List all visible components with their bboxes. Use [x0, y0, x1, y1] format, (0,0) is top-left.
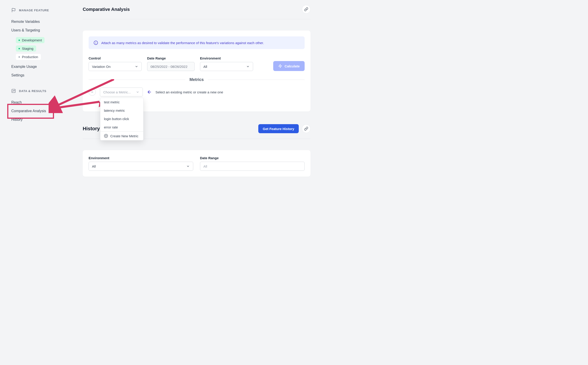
sidebar-header-manage-feature: MANAGE FEATURE: [11, 8, 70, 13]
page-header: Comparative Analysis: [83, 5, 310, 19]
sidebar-env-staging[interactable]: Staging: [16, 45, 36, 52]
control-select-value: Variation On: [92, 65, 110, 69]
history-environment-label: Environment: [89, 156, 193, 160]
history-actions: Get Feature History: [258, 124, 310, 133]
history-environment-value: All: [92, 164, 96, 168]
metric-option-error-rate[interactable]: error rate: [100, 123, 143, 131]
sidebar-item-settings[interactable]: Settings: [11, 71, 70, 80]
history-date-range-group: Date Range: [200, 156, 305, 171]
chevron-down-icon: [136, 90, 139, 94]
chevron-down-icon: [246, 65, 250, 68]
sidebar-item-remote-variables[interactable]: Remote Variables: [11, 17, 70, 26]
divider-line: [208, 80, 305, 80]
link-icon: [304, 127, 308, 131]
copy-link-button[interactable]: [302, 5, 310, 14]
metric-dropdown: test metric latency metric login button …: [100, 98, 144, 140]
control-group-environment: Environment All: [200, 56, 253, 71]
control-select[interactable]: Variation On: [89, 62, 142, 71]
metric-option-latency-metric[interactable]: latency metric: [100, 106, 143, 115]
controls-row: Control Variation On Date Range 08/25/20…: [89, 56, 305, 71]
environment-select[interactable]: All: [200, 62, 253, 71]
sidebar-environments: Development Staging Production: [11, 36, 70, 61]
date-range-input[interactable]: 08/25/2022 - 08/26/2022: [147, 62, 195, 71]
status-dot-icon: [19, 40, 20, 41]
sidebar-item-history[interactable]: History: [11, 115, 70, 124]
status-dot-icon: [19, 56, 20, 58]
sidebar-item-comparative-analysis[interactable]: Comparative Analysis: [11, 107, 70, 115]
calculate-button[interactable]: Calculate: [273, 61, 305, 71]
create-new-metric-label: Create New Metric: [110, 134, 138, 138]
get-feature-history-button[interactable]: Get Feature History: [258, 124, 299, 133]
sidebar-item-users-targeting[interactable]: Users & Targeting: [11, 26, 70, 35]
info-icon: [94, 41, 98, 45]
metric-select-placeholder: Choose a Metric...: [103, 90, 131, 94]
metric-helper-text: Select an existing metric or create a ne…: [156, 90, 223, 94]
history-date-range-input[interactable]: [200, 162, 305, 171]
date-range-value: 08/25/2022 - 08/26/2022: [150, 65, 187, 69]
metric-option-test-metric[interactable]: test metric: [100, 98, 143, 106]
chart-icon: [11, 89, 16, 93]
history-controls: Environment All Date Range: [89, 156, 305, 171]
link-icon: [304, 7, 308, 11]
sidebar-item-reach[interactable]: Reach: [11, 98, 70, 107]
divider-line: [89, 80, 185, 80]
sidebar-env-label: Staging: [22, 47, 34, 50]
page-title: Comparative Analysis: [83, 7, 130, 12]
info-banner-text: Attach as many metrics as desired to val…: [101, 41, 264, 45]
create-new-metric-button[interactable]: Create New Metric: [100, 132, 143, 140]
svg-marker-5: [279, 64, 282, 68]
history-date-range-field[interactable]: [203, 162, 301, 170]
plus-circle-icon: [104, 134, 108, 138]
control-group-date-range: Date Range 08/25/2022 - 08/26/2022: [147, 56, 195, 71]
history-card: Environment All Date Range: [83, 150, 310, 177]
metric-option-login-button-click[interactable]: login button click: [100, 115, 143, 123]
calculate-button-label: Calculate: [285, 64, 300, 68]
history-title: History: [83, 126, 100, 132]
sidebar: MANAGE FEATURE Remote Variables Users & …: [0, 0, 77, 365]
history-date-range-label: Date Range: [200, 156, 305, 160]
history-environment-select[interactable]: All: [89, 162, 193, 171]
date-range-label: Date Range: [147, 56, 195, 60]
flag-icon: [11, 8, 16, 13]
sidebar-env-label: Development: [22, 38, 42, 42]
status-dot-icon: [19, 48, 20, 49]
control-group-control: Control Variation On: [89, 56, 142, 71]
bolt-icon: [278, 64, 282, 68]
sidebar-header-label: DATA & RESULTS: [19, 89, 46, 93]
metrics-divider: Metrics: [89, 77, 305, 82]
chevron-down-icon: [135, 65, 138, 68]
main-content: Comparative Analysis Attach as many metr…: [77, 0, 316, 365]
metrics-divider-label: Metrics: [189, 77, 204, 82]
chevron-down-icon: [186, 164, 190, 168]
control-label: Control: [89, 56, 142, 60]
history-environment-group: Environment All: [89, 156, 193, 171]
remove-metric-button[interactable]: [89, 88, 96, 96]
sidebar-env-production[interactable]: Production: [16, 54, 41, 60]
sidebar-env-label: Production: [22, 55, 38, 59]
environment-label: Environment: [200, 56, 253, 60]
copy-history-link-button[interactable]: [302, 124, 310, 133]
comparative-analysis-card: Attach as many metrics as desired to val…: [83, 30, 310, 112]
info-banner: Attach as many metrics as desired to val…: [89, 36, 305, 49]
minus-icon: [91, 91, 94, 94]
metric-row: Choose a Metric... test metric latency m…: [89, 88, 305, 105]
sidebar-env-development[interactable]: Development: [16, 37, 45, 43]
environment-select-value: All: [203, 65, 207, 69]
sidebar-header-label: MANAGE FEATURE: [19, 9, 49, 12]
metric-select[interactable]: Choose a Metric... test metric latency m…: [100, 88, 143, 97]
arrow-left-icon: [147, 90, 152, 95]
sidebar-item-example-usage[interactable]: Example Usage: [11, 63, 70, 71]
sidebar-header-data-results: DATA & RESULTS: [11, 89, 70, 93]
metric-helper: Select an existing metric or create a ne…: [147, 90, 223, 95]
